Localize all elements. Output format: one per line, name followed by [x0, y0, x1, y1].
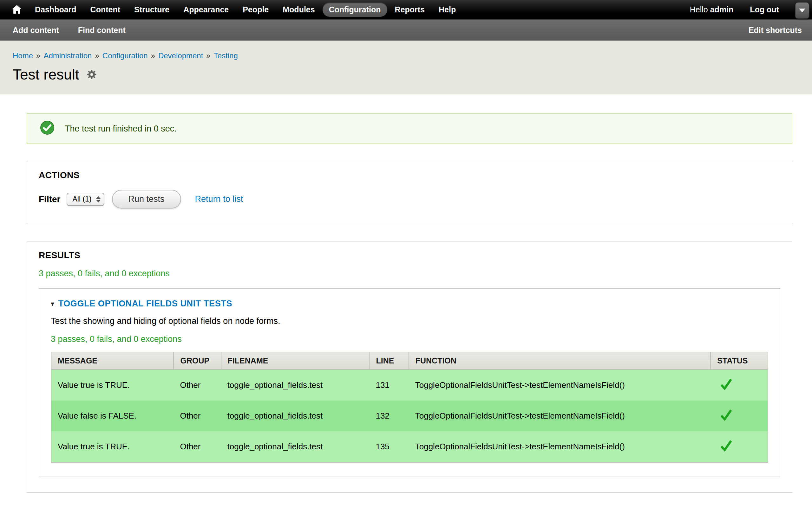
cell-filename: toggle_optional_fields.test	[221, 431, 369, 462]
breadcrumb-testing[interactable]: Testing	[214, 51, 238, 60]
shortcut-links: Add content Find content	[13, 26, 125, 35]
cell-message: Value false is FALSE.	[51, 400, 173, 431]
col-header-function: FUNCTION	[409, 352, 711, 370]
main-content: The test run finished in 0 sec. ACTIONS …	[0, 113, 812, 507]
toolbar-menu: Dashboard Content Structure Appearance P…	[6, 3, 462, 17]
page-header: Home»Administration»Configuration»Develo…	[0, 41, 812, 95]
cell-group: Other	[173, 431, 221, 462]
edit-shortcuts-link[interactable]: Edit shortcuts	[749, 26, 802, 35]
toolbar-item-dashboard[interactable]: Dashboard	[29, 3, 83, 17]
page-title-row: Test result	[13, 66, 799, 83]
toolbar-item-configuration[interactable]: Configuration	[322, 3, 387, 17]
actions-row: Filter All (1) Run tests Return to list	[39, 190, 780, 209]
cell-status	[711, 400, 768, 431]
cell-message: Value true is TRUE.	[51, 370, 173, 400]
col-header-filename: FILENAME	[221, 352, 369, 370]
admin-toolbar: Dashboard Content Structure Appearance P…	[0, 0, 812, 19]
toolbar-user-area: Hello admin Log out	[690, 3, 785, 17]
table-header-row: MESSAGE GROUP FILENAME LINE FUNCTION STA…	[51, 352, 768, 370]
breadcrumb-separator: »	[206, 51, 210, 60]
toolbar-item-modules[interactable]: Modules	[276, 3, 321, 17]
test-group-title-link[interactable]: ▾ TOGGLE OPTIONAL FIELDS UNIT TESTS	[51, 299, 232, 308]
toolbar-item-people[interactable]: People	[236, 3, 275, 17]
actions-panel: ACTIONS Filter All (1) Run tests Return …	[27, 161, 792, 224]
breadcrumb: Home»Administration»Configuration»Develo…	[13, 51, 799, 60]
results-table: MESSAGE GROUP FILENAME LINE FUNCTION STA…	[51, 352, 768, 463]
actions-legend: ACTIONS	[39, 170, 780, 180]
status-message-text: The test run finished in 0 sec.	[65, 124, 177, 134]
breadcrumb-administration[interactable]: Administration	[44, 51, 92, 60]
filter-select[interactable]: All (1)	[67, 193, 104, 206]
table-row: Value false is FALSE. Other toggle_optio…	[51, 400, 768, 431]
breadcrumb-development[interactable]: Development	[158, 51, 203, 60]
home-icon[interactable]	[6, 5, 27, 14]
col-header-message: MESSAGE	[51, 352, 173, 370]
col-header-line: LINE	[369, 352, 409, 370]
test-group-description: Test the showing and hiding of optional …	[51, 316, 768, 326]
add-content-link[interactable]: Add content	[13, 26, 59, 35]
breadcrumb-separator: »	[95, 51, 99, 60]
cell-status	[711, 431, 768, 462]
toolbar-item-structure[interactable]: Structure	[128, 3, 176, 17]
breadcrumb-configuration[interactable]: Configuration	[102, 51, 148, 60]
toolbar-item-content[interactable]: Content	[84, 3, 126, 17]
shortcuts-bar: Add content Find content Edit shortcuts	[0, 19, 812, 41]
toolbar-toggle-button[interactable]	[795, 2, 809, 19]
toolbar-item-appearance[interactable]: Appearance	[177, 3, 235, 17]
cell-group: Other	[173, 400, 221, 431]
cell-function: ToggleOptionalFieldsUnitTest->testElemen…	[409, 370, 711, 400]
breadcrumb-home[interactable]: Home	[13, 51, 33, 60]
test-group-summary: 3 passes, 0 fails, and 0 exceptions	[51, 334, 768, 344]
find-content-link[interactable]: Find content	[78, 26, 125, 35]
pass-check-icon	[719, 377, 733, 391]
results-legend: RESULTS	[39, 250, 780, 261]
cell-line: 131	[369, 370, 409, 400]
toolbar-item-help[interactable]: Help	[432, 3, 462, 17]
results-summary: 3 passes, 0 fails, and 0 exceptions	[39, 269, 780, 279]
status-message: The test run finished in 0 sec.	[27, 113, 792, 144]
filter-select-value: All (1)	[72, 195, 91, 204]
drupal-admin-page: Dashboard Content Structure Appearance P…	[0, 0, 812, 507]
logout-link[interactable]: Log out	[744, 3, 785, 17]
breadcrumb-separator: »	[36, 51, 40, 60]
cell-line: 132	[369, 400, 409, 431]
filter-label: Filter	[39, 194, 60, 205]
greeting-prefix: Hello	[690, 5, 708, 14]
run-tests-button[interactable]: Run tests	[112, 190, 181, 209]
cell-filename: toggle_optional_fields.test	[221, 400, 369, 431]
cell-filename: toggle_optional_fields.test	[221, 370, 369, 400]
chevron-down-icon	[799, 9, 805, 12]
cell-function: ToggleOptionalFieldsUnitTest->testElemen…	[409, 431, 711, 462]
status-ok-icon	[40, 120, 55, 137]
collapse-arrow-icon: ▾	[51, 300, 55, 308]
col-header-group: GROUP	[173, 352, 221, 370]
toolbar-item-reports[interactable]: Reports	[389, 3, 431, 17]
cell-line: 135	[369, 431, 409, 462]
cell-message: Value true is TRUE.	[51, 431, 173, 462]
select-arrows-icon	[96, 196, 101, 203]
cell-status	[711, 370, 768, 400]
test-group-title: TOGGLE OPTIONAL FIELDS UNIT TESTS	[58, 299, 232, 308]
test-group-fieldset: ▾ TOGGLE OPTIONAL FIELDS UNIT TESTS Test…	[39, 288, 780, 477]
pass-check-icon	[719, 408, 733, 421]
page-title: Test result	[13, 66, 79, 83]
breadcrumb-separator: »	[151, 51, 155, 60]
results-panel: RESULTS 3 passes, 0 fails, and 0 excepti…	[27, 241, 792, 493]
cell-function: ToggleOptionalFieldsUnitTest->testElemen…	[409, 400, 711, 431]
table-row: Value true is TRUE. Other toggle_optiona…	[51, 431, 768, 462]
username-link[interactable]: admin	[710, 5, 734, 14]
gear-icon[interactable]	[86, 69, 97, 80]
return-to-list-link[interactable]: Return to list	[195, 194, 243, 204]
pass-check-icon	[719, 439, 733, 452]
table-row: Value true is TRUE. Other toggle_optiona…	[51, 370, 768, 400]
greeting-text: Hello admin	[690, 5, 734, 14]
col-header-status: STATUS	[711, 352, 768, 370]
cell-group: Other	[173, 370, 221, 400]
